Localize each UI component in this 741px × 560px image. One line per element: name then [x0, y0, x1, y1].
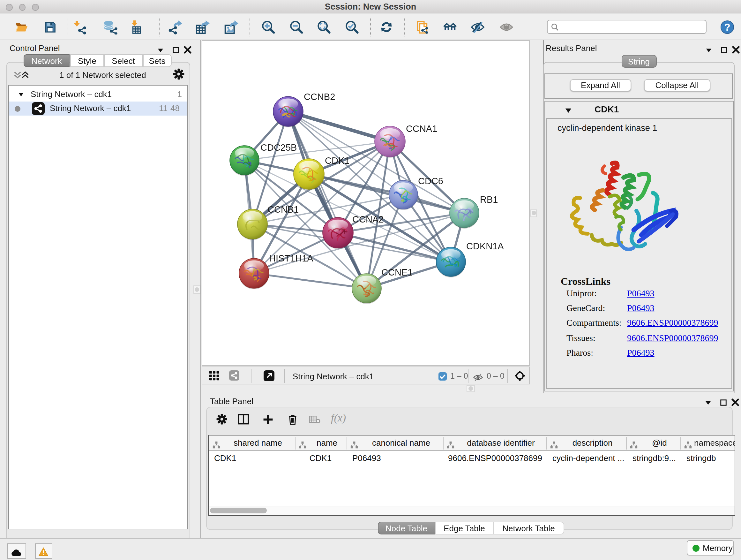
svg-text:CCNA1: CCNA1	[406, 124, 437, 134]
svg-text:CDKN1A: CDKN1A	[466, 241, 504, 251]
svg-text:CCNA2: CCNA2	[352, 214, 384, 225]
svg-text:CCNE1: CCNE1	[381, 267, 413, 277]
svg-text:HIST1H1A: HIST1H1A	[269, 253, 313, 263]
svg-text:CDK1: CDK1	[325, 155, 349, 166]
svg-text:CCNB2: CCNB2	[304, 91, 335, 102]
svg-text:CCNB1: CCNB1	[267, 204, 299, 214]
svg-text:CDC25B: CDC25B	[260, 142, 297, 152]
svg-text:RB1: RB1	[480, 194, 498, 205]
svg-text:CDC6: CDC6	[418, 176, 443, 186]
